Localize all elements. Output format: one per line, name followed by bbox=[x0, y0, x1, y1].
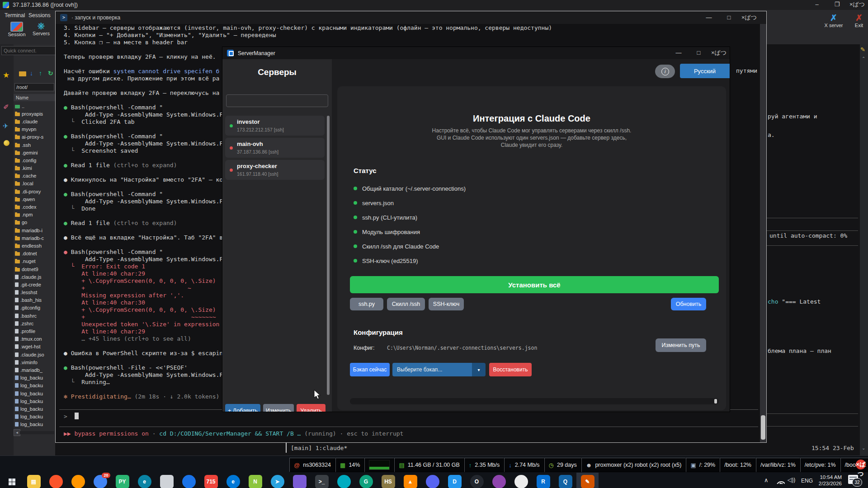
games-icon[interactable] bbox=[4, 140, 9, 146]
mobaxterm-close-button[interactable]: ×ばつ bbox=[848, 0, 866, 9]
file-item[interactable]: .lesshst bbox=[14, 289, 55, 296]
server-list-item[interactable]: main-ovh37.187.136.86 [ssh] bbox=[225, 138, 325, 158]
macros-icon[interactable]: ✐ bbox=[3, 103, 9, 111]
taskbar-item-telegram[interactable]: ➤ bbox=[266, 473, 288, 488]
folder-item[interactable]: dotnet9 bbox=[14, 265, 55, 273]
taskbar-item-notepad-plus[interactable]: N bbox=[244, 473, 266, 488]
taskbar-item-obs[interactable]: O bbox=[466, 473, 488, 488]
install-all-button[interactable]: Установить всё bbox=[350, 276, 719, 293]
file-item[interactable]: .claude.jso bbox=[14, 351, 55, 358]
folder-item[interactable]: .cache bbox=[14, 172, 55, 180]
folder-item[interactable]: .npm bbox=[14, 211, 55, 219]
server-list-item[interactable]: investor173.212.212.157 [ssh] bbox=[225, 116, 325, 136]
file-item[interactable]: log_backu bbox=[14, 389, 55, 397]
file-item[interactable]: log_backu bbox=[14, 405, 55, 413]
taskbar-item-chatgpt[interactable]: G bbox=[355, 473, 377, 488]
info-button[interactable]: i bbox=[655, 65, 675, 78]
folder-item[interactable]: .config bbox=[14, 156, 55, 164]
file-item[interactable]: .zshrc bbox=[14, 319, 55, 327]
edit-pencil-icon[interactable]: ✎ bbox=[860, 46, 865, 53]
taskbar-item-screenshot-tool[interactable] bbox=[156, 473, 178, 488]
file-item[interactable]: log_backu bbox=[14, 413, 55, 421]
change-path-button[interactable]: Изменить путь bbox=[656, 338, 706, 352]
sshpy-button[interactable]: ssh.py bbox=[350, 298, 383, 310]
file-item[interactable]: log_backu bbox=[14, 421, 55, 428]
files-header[interactable]: Name bbox=[14, 94, 55, 101]
file-item[interactable]: .bash_his bbox=[14, 296, 55, 304]
folder-up-icon[interactable] bbox=[19, 71, 26, 76]
file-item[interactable]: .gitconfig bbox=[14, 304, 55, 312]
folder-item[interactable]: .di-proxy bbox=[14, 188, 55, 195]
volume-icon[interactable]: ◁)) bbox=[788, 477, 795, 483]
server-search-input[interactable] bbox=[226, 94, 328, 107]
taskbar-item-app-light[interactable] bbox=[510, 473, 532, 488]
file-item[interactable]: .viminfo bbox=[14, 358, 55, 366]
file-item[interactable]: log_backu bbox=[14, 382, 55, 389]
taskbar-item-hs-app[interactable]: HS bbox=[377, 473, 399, 488]
mobaxterm-maximize-button[interactable]: ❐ bbox=[828, 1, 846, 8]
folder-item[interactable]: .codex bbox=[14, 203, 55, 211]
mobaxterm-minimize-button[interactable]: – bbox=[808, 1, 826, 8]
hscroll-left-button[interactable]: ◂ bbox=[14, 429, 20, 436]
folder-item[interactable]: .. bbox=[14, 102, 55, 110]
taskbar-item-app-teal[interactable] bbox=[333, 473, 355, 488]
file-item[interactable]: .profile bbox=[14, 327, 55, 335]
menu-sessions[interactable]: Sessions bbox=[25, 11, 54, 20]
folder-item[interactable]: proxyapis bbox=[14, 110, 55, 117]
upload-icon[interactable]: ↑ bbox=[39, 70, 42, 77]
file-item[interactable]: .mariadb_ bbox=[14, 366, 55, 374]
refresh-button[interactable]: Обновить bbox=[671, 298, 706, 310]
tray-chevron-icon[interactable]: ∧ bbox=[764, 477, 769, 483]
file-item[interactable]: log_backu bbox=[14, 397, 55, 405]
file-item[interactable]: .bashrc bbox=[14, 312, 55, 319]
folder-item[interactable]: mariadb-i bbox=[14, 226, 55, 234]
skill-ssh-button[interactable]: Скилл /ssh bbox=[387, 298, 425, 310]
folder-item[interactable]: .dotnet bbox=[14, 250, 55, 258]
restore-button[interactable]: Восстановить bbox=[489, 363, 532, 376]
servermanager-maximize-button[interactable]: □ bbox=[690, 49, 708, 56]
folder-item[interactable]: .ssh bbox=[14, 141, 55, 149]
taskbar-item-vlc[interactable]: ▲ bbox=[399, 473, 421, 488]
taskbar-item-app-purple[interactable] bbox=[288, 473, 311, 488]
wifi-icon[interactable] bbox=[776, 478, 785, 484]
terminal-scrollbar[interactable] bbox=[760, 24, 766, 442]
servermanager-minimize-button[interactable]: — bbox=[670, 49, 688, 56]
terminal-minimize-button[interactable]: — bbox=[700, 14, 718, 21]
folder-item[interactable]: .gemini bbox=[14, 149, 55, 156]
delete-server-button[interactable]: Удалить bbox=[297, 404, 326, 412]
file-item[interactable]: log_backu bbox=[14, 374, 55, 382]
folder-item[interactable]: mariadb-c bbox=[14, 234, 55, 242]
scroll-up-icon[interactable]: ⌃ bbox=[862, 56, 865, 61]
toolbar-servers-button[interactable]: ❋ Servers bbox=[30, 22, 52, 36]
folder-item[interactable]: .qwen bbox=[14, 195, 55, 203]
edit-server-button[interactable]: Изменить bbox=[263, 404, 294, 412]
file-item[interactable]: .tmux.con bbox=[14, 335, 55, 343]
taskbar-item-anydesk[interactable]: 715 bbox=[200, 473, 222, 488]
language-indicator[interactable]: ENG bbox=[801, 478, 813, 484]
sidebar-scrollbar-thumb[interactable] bbox=[327, 116, 330, 395]
taskbar-item-rider[interactable]: R bbox=[532, 473, 554, 488]
favorites-star-icon[interactable]: ★ bbox=[3, 70, 9, 80]
toolbar-exit-button[interactable]: ✗ Exit bbox=[851, 14, 867, 28]
terminal-maximize-button[interactable]: □ bbox=[720, 14, 738, 21]
taskbar-item-edge[interactable]: e bbox=[133, 473, 156, 488]
folder-item[interactable]: .nuget bbox=[14, 258, 55, 265]
clock[interactable]: 10:54 AM 2/23/2026 bbox=[814, 474, 842, 487]
terminal-scrollbar-thumb[interactable] bbox=[761, 415, 765, 440]
taskbar-item-chrome[interactable]: 20 bbox=[89, 473, 111, 488]
file-item[interactable]: .wget-hst bbox=[14, 343, 55, 351]
file-item[interactable]: .claude.js bbox=[14, 273, 55, 281]
backup-now-button[interactable]: Бэкап сейчас bbox=[350, 363, 390, 376]
start-button[interactable] bbox=[3, 474, 21, 488]
taskbar-item-discord[interactable] bbox=[421, 473, 443, 488]
refresh-icon[interactable]: ↻ bbox=[48, 70, 53, 77]
backup-select[interactable]: Выберите бэкап... ▾ bbox=[392, 363, 486, 376]
folder-item[interactable]: myvpn bbox=[14, 126, 55, 133]
taskbar-item-pycharm[interactable]: PY bbox=[111, 473, 133, 488]
taskbar-item-brave[interactable] bbox=[45, 473, 67, 488]
toolbar-xserver-button[interactable]: ✗ X server bbox=[819, 14, 848, 28]
hscroll-track[interactable] bbox=[20, 431, 54, 434]
file-item[interactable]: .git-crede bbox=[14, 281, 55, 288]
tools-icon[interactable]: ✈ bbox=[3, 122, 9, 130]
action-center-icon[interactable]: 32 bbox=[848, 475, 858, 484]
